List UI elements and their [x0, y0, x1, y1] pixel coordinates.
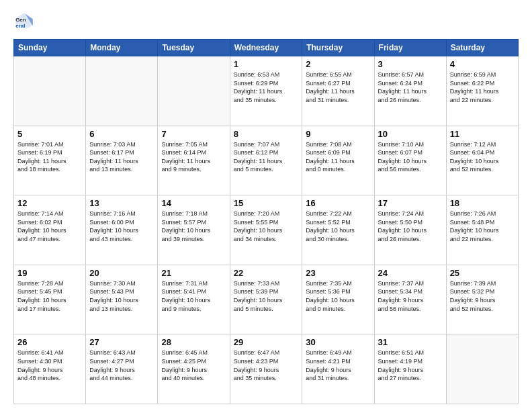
- day-info: Sunrise: 7:28 AMSunset: 5:45 PMDaylight:…: [17, 279, 82, 313]
- day-info: Sunrise: 7:35 AMSunset: 5:36 PMDaylight:…: [306, 279, 370, 313]
- day-info: Sunrise: 6:49 AMSunset: 4:21 PMDaylight:…: [306, 349, 370, 382]
- day-cell: 29Sunrise: 6:47 AMSunset: 4:23 PMDayligh…: [230, 334, 302, 404]
- day-number: 15: [234, 198, 299, 208]
- day-info: Sunrise: 6:41 AMSunset: 4:30 PMDaylight:…: [17, 349, 82, 382]
- week-row-3: 19Sunrise: 7:28 AMSunset: 5:45 PMDayligh…: [14, 265, 519, 334]
- day-cell: 28Sunrise: 6:45 AMSunset: 4:25 PMDayligh…: [158, 334, 230, 404]
- weekday-header-row: SundayMondayTuesdayWednesdayThursdayFrid…: [14, 40, 519, 56]
- week-row-2: 12Sunrise: 7:14 AMSunset: 6:02 PMDayligh…: [14, 195, 519, 265]
- day-number: 2: [306, 59, 370, 69]
- day-cell: 21Sunrise: 7:31 AMSunset: 5:41 PMDayligh…: [158, 265, 230, 334]
- day-number: 13: [89, 198, 154, 208]
- day-info: Sunrise: 7:30 AMSunset: 5:43 PMDaylight:…: [89, 279, 154, 313]
- day-info: Sunrise: 7:08 AMSunset: 6:09 PMDaylight:…: [306, 140, 370, 174]
- day-cell: 9Sunrise: 7:08 AMSunset: 6:09 PMDaylight…: [302, 126, 374, 195]
- day-info: Sunrise: 7:14 AMSunset: 6:02 PMDaylight:…: [17, 210, 82, 243]
- day-number: 9: [306, 129, 370, 139]
- day-cell: 1Sunrise: 6:53 AMSunset: 6:29 PMDaylight…: [230, 56, 302, 126]
- day-info: Sunrise: 7:31 AMSunset: 5:41 PMDaylight:…: [161, 279, 226, 313]
- week-row-1: 5Sunrise: 7:01 AMSunset: 6:19 PMDaylight…: [14, 126, 519, 195]
- day-info: Sunrise: 7:05 AMSunset: 6:14 PMDaylight:…: [161, 140, 226, 174]
- day-number: 24: [378, 268, 443, 278]
- weekday-header-friday: Friday: [374, 40, 446, 56]
- day-number: 31: [378, 337, 443, 347]
- day-cell: 15Sunrise: 7:20 AMSunset: 5:55 PMDayligh…: [230, 195, 302, 265]
- day-info: Sunrise: 7:22 AMSunset: 5:52 PMDaylight:…: [306, 210, 370, 243]
- day-info: Sunrise: 7:07 AMSunset: 6:12 PMDaylight:…: [234, 140, 299, 174]
- day-number: 3: [378, 59, 443, 69]
- day-cell: 8Sunrise: 7:07 AMSunset: 6:12 PMDaylight…: [230, 126, 302, 195]
- day-number: 18: [450, 198, 515, 208]
- day-cell: 18Sunrise: 7:26 AMSunset: 5:48 PMDayligh…: [446, 195, 518, 265]
- day-info: Sunrise: 7:20 AMSunset: 5:55 PMDaylight:…: [234, 210, 299, 243]
- day-number: 17: [378, 198, 443, 208]
- day-info: Sunrise: 7:16 AMSunset: 6:00 PMDaylight:…: [89, 210, 154, 243]
- day-cell: 14Sunrise: 7:18 AMSunset: 5:57 PMDayligh…: [158, 195, 230, 265]
- day-cell: [14, 56, 86, 126]
- day-info: Sunrise: 6:51 AMSunset: 4:19 PMDaylight:…: [378, 349, 443, 382]
- day-info: Sunrise: 7:03 AMSunset: 6:17 PMDaylight:…: [89, 140, 154, 174]
- day-cell: 31Sunrise: 6:51 AMSunset: 4:19 PMDayligh…: [374, 334, 446, 404]
- day-cell: [86, 56, 158, 126]
- day-cell: 20Sunrise: 7:30 AMSunset: 5:43 PMDayligh…: [86, 265, 158, 334]
- header: Gen eral: [13, 11, 519, 32]
- day-number: 23: [306, 268, 370, 278]
- day-info: Sunrise: 7:39 AMSunset: 5:32 PMDaylight:…: [450, 279, 515, 313]
- day-info: Sunrise: 6:47 AMSunset: 4:23 PMDaylight:…: [234, 349, 299, 382]
- day-cell: 5Sunrise: 7:01 AMSunset: 6:19 PMDaylight…: [14, 126, 86, 195]
- day-number: 14: [161, 198, 226, 208]
- weekday-header-thursday: Thursday: [302, 40, 374, 56]
- day-number: 28: [161, 337, 226, 347]
- day-cell: 3Sunrise: 6:57 AMSunset: 6:24 PMDaylight…: [374, 56, 446, 126]
- day-number: 8: [234, 129, 299, 139]
- day-cell: 6Sunrise: 7:03 AMSunset: 6:17 PMDaylight…: [86, 126, 158, 195]
- day-cell: 25Sunrise: 7:39 AMSunset: 5:32 PMDayligh…: [446, 265, 518, 334]
- day-cell: 19Sunrise: 7:28 AMSunset: 5:45 PMDayligh…: [14, 265, 86, 334]
- day-cell: 27Sunrise: 6:43 AMSunset: 4:27 PMDayligh…: [86, 334, 158, 404]
- week-row-0: 1Sunrise: 6:53 AMSunset: 6:29 PMDaylight…: [14, 56, 519, 126]
- day-cell: 11Sunrise: 7:12 AMSunset: 6:04 PMDayligh…: [446, 126, 518, 195]
- day-cell: 10Sunrise: 7:10 AMSunset: 6:07 PMDayligh…: [374, 126, 446, 195]
- day-cell: 24Sunrise: 7:37 AMSunset: 5:34 PMDayligh…: [374, 265, 446, 334]
- day-info: Sunrise: 7:10 AMSunset: 6:07 PMDaylight:…: [378, 140, 443, 174]
- day-cell: 2Sunrise: 6:55 AMSunset: 6:27 PMDaylight…: [302, 56, 374, 126]
- day-info: Sunrise: 7:12 AMSunset: 6:04 PMDaylight:…: [450, 140, 515, 174]
- day-info: Sunrise: 6:53 AMSunset: 6:29 PMDaylight:…: [234, 71, 299, 104]
- day-info: Sunrise: 6:43 AMSunset: 4:27 PMDaylight:…: [89, 349, 154, 382]
- weekday-header-sunday: Sunday: [14, 40, 86, 56]
- day-cell: [446, 334, 518, 404]
- day-cell: 30Sunrise: 6:49 AMSunset: 4:21 PMDayligh…: [302, 334, 374, 404]
- day-cell: 4Sunrise: 6:59 AMSunset: 6:22 PMDaylight…: [446, 56, 518, 126]
- day-number: 25: [450, 268, 515, 278]
- calendar-table: SundayMondayTuesdayWednesdayThursdayFrid…: [13, 39, 519, 404]
- day-number: 21: [161, 268, 226, 278]
- day-number: 30: [306, 337, 370, 347]
- day-number: 6: [89, 129, 154, 139]
- day-number: 12: [17, 198, 82, 208]
- svg-text:eral: eral: [15, 23, 25, 29]
- day-number: 10: [378, 129, 443, 139]
- day-number: 1: [234, 59, 299, 69]
- weekday-header-monday: Monday: [86, 40, 158, 56]
- day-number: 26: [17, 337, 82, 347]
- day-number: 20: [89, 268, 154, 278]
- day-number: 29: [234, 337, 299, 347]
- weekday-header-tuesday: Tuesday: [158, 40, 230, 56]
- day-info: Sunrise: 6:57 AMSunset: 6:24 PMDaylight:…: [378, 71, 443, 104]
- weekday-header-wednesday: Wednesday: [230, 40, 302, 56]
- logo-icon: Gen eral: [13, 11, 35, 32]
- day-info: Sunrise: 6:59 AMSunset: 6:22 PMDaylight:…: [450, 71, 515, 104]
- day-number: 5: [17, 129, 82, 139]
- day-number: 4: [450, 59, 515, 69]
- day-cell: 23Sunrise: 7:35 AMSunset: 5:36 PMDayligh…: [302, 265, 374, 334]
- day-number: 11: [450, 129, 515, 139]
- logo: Gen eral: [13, 11, 38, 32]
- day-number: 7: [161, 129, 226, 139]
- day-cell: 26Sunrise: 6:41 AMSunset: 4:30 PMDayligh…: [14, 334, 86, 404]
- page: Gen eral SundayMondayTuesdayWednesdayThu…: [0, 0, 532, 411]
- day-info: Sunrise: 7:01 AMSunset: 6:19 PMDaylight:…: [17, 140, 82, 174]
- day-info: Sunrise: 7:33 AMSunset: 5:39 PMDaylight:…: [234, 279, 299, 313]
- day-info: Sunrise: 7:24 AMSunset: 5:50 PMDaylight:…: [378, 210, 443, 243]
- day-number: 19: [17, 268, 82, 278]
- day-info: Sunrise: 6:45 AMSunset: 4:25 PMDaylight:…: [161, 349, 226, 382]
